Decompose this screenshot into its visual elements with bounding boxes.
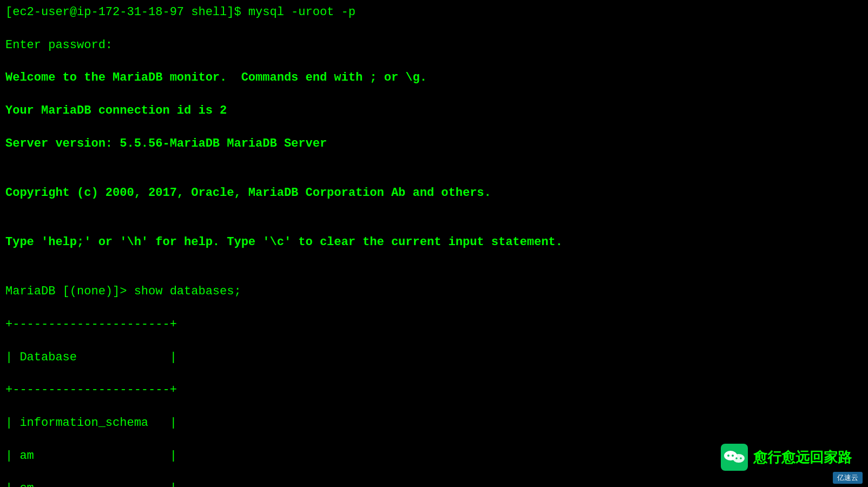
- terminal-line: MariaDB [(none)]> show databases;: [5, 284, 863, 300]
- svg-point-4: [732, 455, 734, 457]
- watermark: 愈行愈远回家路: [721, 444, 852, 471]
- terminal: [ec2-user@ip-172-31-18-97 shell]$ mysql …: [0, 0, 868, 487]
- svg-point-6: [740, 457, 742, 459]
- yisunyun-badge: 亿速云: [833, 472, 863, 484]
- terminal-line: Server version: 5.5.56-MariaDB MariaDB S…: [5, 136, 863, 152]
- terminal-line: | cm |: [5, 481, 863, 487]
- watermark-text: 愈行愈远回家路: [753, 448, 852, 467]
- terminal-line: +----------------------+: [5, 382, 863, 398]
- terminal-line: | information_schema |: [5, 415, 863, 431]
- terminal-line: +----------------------+: [5, 317, 863, 333]
- terminal-line: Type 'help;' or '\h' for help. Type '\c'…: [5, 234, 863, 251]
- terminal-line: Welcome to the MariaDB monitor. Commands…: [5, 70, 863, 86]
- wechat-icon: [721, 444, 748, 471]
- svg-point-2: [733, 454, 745, 463]
- terminal-line: Copyright (c) 2000, 2017, Oracle, MariaD…: [5, 185, 863, 201]
- terminal-line: [ec2-user@ip-172-31-18-97 shell]$ mysql …: [5, 4, 863, 21]
- terminal-line: | Database |: [5, 350, 863, 366]
- svg-point-5: [735, 457, 738, 459]
- terminal-line: Enter password:: [5, 37, 863, 54]
- terminal-line: Your MariaDB connection id is 2: [5, 103, 863, 119]
- svg-point-3: [727, 455, 729, 457]
